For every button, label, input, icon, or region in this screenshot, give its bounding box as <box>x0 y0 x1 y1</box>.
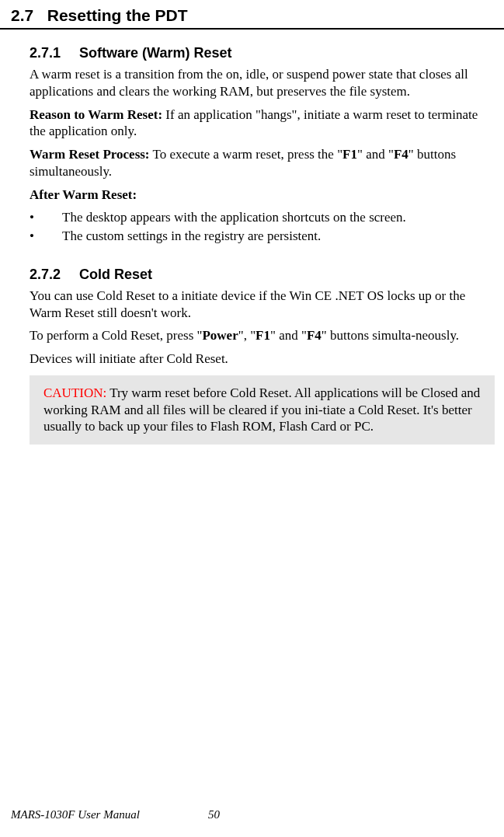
caution-label: CAUTION: <box>43 385 106 400</box>
warm-reset-reason: Reason to Warm Reset: If an application … <box>30 106 495 141</box>
cold-reset-process: To perform a Cold Reset, press "Power", … <box>30 327 495 344</box>
page-footer: MARS-1030F User Manual 50 <box>11 808 477 821</box>
cold-para2-d: " buttons simulta-neously. <box>322 328 459 343</box>
list-item: • The custom settings in the registry ar… <box>30 228 495 245</box>
bullet-marker: • <box>30 228 62 245</box>
cold-key-power: Power <box>202 328 238 343</box>
subsection-number-2: 2.7.2 <box>30 267 61 283</box>
cold-para2-b: ", " <box>238 328 255 343</box>
section-number: 2.7 <box>11 6 33 24</box>
process-label: Warm Reset Process: <box>30 147 150 162</box>
bullet-text-2: The custom settings in the registry are … <box>62 228 321 245</box>
reason-label: Reason to Warm Reset: <box>30 107 162 122</box>
section-title-text: Resetting the PDT <box>47 6 188 24</box>
subsection-title-1: Software (Warm) Reset <box>79 45 231 61</box>
cold-key-f4: F4 <box>307 328 322 343</box>
section-heading: 2.7 Resetting the PDT <box>0 0 504 30</box>
cold-key-f1: F1 <box>255 328 270 343</box>
subsection-title-2: Cold Reset <box>79 267 152 282</box>
bullet-text-1: The desktop appears with the application… <box>62 209 406 226</box>
subsection-number-1: 2.7.1 <box>30 45 61 61</box>
content-area: 2.7.1Software (Warm) Reset A warm reset … <box>0 45 504 445</box>
cold-reset-after: Devices will initiate after Cold Reset. <box>30 350 495 368</box>
cold-para2-c: " and " <box>270 328 307 343</box>
cold-para2-a: To perform a Cold Reset, press " <box>30 328 202 343</box>
footer-page-number: 50 <box>208 808 220 821</box>
after-warm-reset-label: After Warm Reset: <box>30 187 495 204</box>
caution-box: CAUTION: Try warm reset before Cold Rese… <box>30 375 495 445</box>
process-text-b: " and " <box>357 147 394 162</box>
subsection-heading-1: 2.7.1Software (Warm) Reset <box>30 45 495 61</box>
process-key-f1: F1 <box>342 147 357 162</box>
caution-body: Try warm reset before Cold Reset. All ap… <box>43 385 480 434</box>
list-item: • The desktop appears with the applicati… <box>30 209 495 226</box>
cold-reset-description: You can use Cold Reset to a initiate dev… <box>30 288 495 322</box>
footer-manual-title: MARS-1030F User Manual <box>11 808 140 821</box>
warm-reset-process: Warm Reset Process: To execute a warm re… <box>30 146 495 180</box>
bullet-marker: • <box>30 209 62 226</box>
process-key-f4: F4 <box>394 147 408 162</box>
caution-paragraph: CAUTION: Try warm reset before Cold Rese… <box>43 385 481 435</box>
after-warm-reset-list: • The desktop appears with the applicati… <box>30 209 495 245</box>
subsection-heading-2: 2.7.2Cold Reset <box>30 267 495 283</box>
warm-reset-description: A warm reset is a transition from the on… <box>30 66 495 100</box>
process-text-a: To execute a warm reset, press the " <box>150 147 343 162</box>
